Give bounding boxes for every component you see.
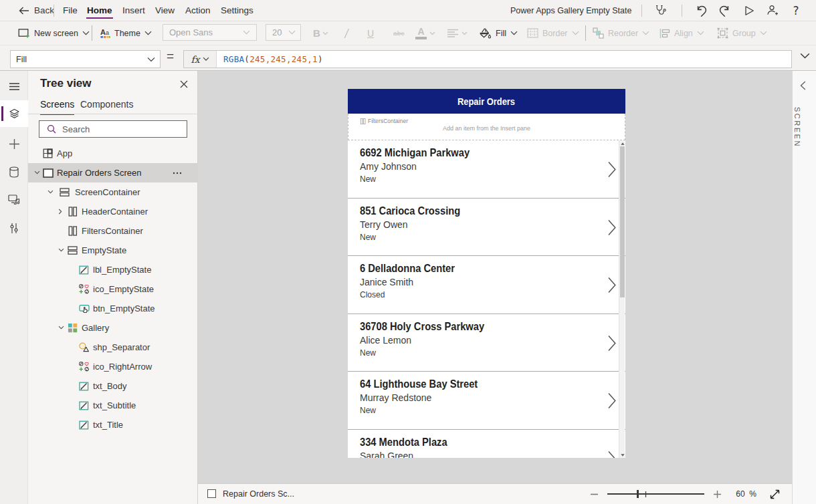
undo-button[interactable]: [692, 0, 710, 21]
chevron-right-icon[interactable]: [608, 161, 616, 178]
menu-view[interactable]: View: [155, 0, 175, 21]
tree-item-txt-title[interactable]: txt_Title: [28, 415, 198, 434]
underline-button[interactable]: U: [367, 21, 374, 45]
chevron-right-icon[interactable]: [608, 335, 616, 352]
chevron-right-icon[interactable]: [608, 451, 616, 459]
help-button[interactable]: ?: [787, 0, 805, 21]
italic-button[interactable]: [343, 21, 350, 45]
gallery-item[interactable]: 36708 Holy Cross Parkway Alice Lemon New: [348, 314, 625, 372]
plus-icon: [714, 491, 721, 498]
scrollbar-down-arrow[interactable]: [620, 452, 625, 458]
tree-item-emptystate[interactable]: EmptyState: [28, 241, 198, 260]
tree-item-label: txt_Title: [93, 420, 123, 430]
strikethrough-button[interactable]: abc: [393, 21, 405, 45]
menu-file[interactable]: File: [63, 0, 78, 21]
align-label: Align: [674, 29, 693, 38]
rail-media-button[interactable]: [0, 186, 28, 213]
menu-home[interactable]: Home: [87, 0, 112, 21]
expand-panel-button[interactable]: [800, 81, 806, 90]
equals-sign: =: [167, 49, 174, 64]
rail-tree-view-button[interactable]: [0, 100, 28, 127]
gallery-control[interactable]: 6692 Michigan Parkway Amy Johnson New 85…: [348, 140, 625, 458]
gallery-scrollbar[interactable]: [619, 140, 625, 458]
tab-screens[interactable]: Screens: [40, 99, 74, 115]
gallery-item[interactable]: 6692 Michigan Parkway Amy Johnson New: [348, 140, 625, 199]
minus-icon: [591, 493, 598, 495]
hamburger-menu-button[interactable]: [0, 73, 28, 100]
app-checker-button[interactable]: [651, 0, 670, 21]
filters-container[interactable]: FiltersContainer Add an item from the In…: [348, 114, 625, 140]
tree-item-screencontainer[interactable]: ScreenContainer: [28, 182, 198, 202]
zoom-slider[interactable]: [607, 489, 704, 499]
chevron-right-icon[interactable]: [608, 392, 616, 409]
preview-button[interactable]: [740, 0, 758, 21]
share-button[interactable]: [763, 0, 782, 21]
menu-settings[interactable]: Settings: [221, 0, 253, 21]
menu-insert[interactable]: Insert: [122, 0, 145, 21]
screen-checkbox[interactable]: [207, 489, 216, 498]
formula-bar-expand-button[interactable]: [800, 53, 810, 59]
tree-view-panel: Tree view Screens Components Search App …: [28, 71, 198, 504]
formula-input[interactable]: RGBA(245,245,245,1): [217, 51, 791, 68]
border-label: Border: [542, 29, 568, 38]
rail-advanced-tools-button[interactable]: [0, 215, 28, 241]
group-icon: [717, 27, 728, 39]
search-input[interactable]: Search: [39, 120, 187, 138]
menu-action[interactable]: Action: [185, 0, 211, 21]
tree-item-shp-separator[interactable]: shp_Separator: [28, 338, 198, 357]
tree-item-txt-subtitle[interactable]: txt_Subtitle: [28, 396, 198, 415]
tree-item-lbl-emptystate[interactable]: lbl_EmptyState: [28, 260, 198, 279]
properties-panel-collapsed[interactable]: SCREEN: [792, 71, 816, 504]
font-size-select[interactable]: 20: [266, 24, 301, 41]
gallery-item-title: 6 Delladonna Center: [360, 262, 455, 275]
tree-item-ico-emptystate[interactable]: ico_EmptyState: [28, 279, 198, 299]
canvas-area[interactable]: Repair Orders FiltersContainer Add an it…: [198, 71, 792, 483]
tree-item-ico-rightarrow[interactable]: ico_RightArrow: [28, 357, 198, 376]
gallery-item[interactable]: 64 Lighthouse Bay Street Murray Redstone…: [348, 372, 625, 430]
property-select[interactable]: Fill: [10, 50, 161, 68]
tree-view-close-button[interactable]: [180, 80, 188, 88]
chevron-right-icon[interactable]: [608, 219, 616, 236]
tree-item-app[interactable]: App: [28, 144, 198, 163]
font-color-button[interactable]: A: [415, 21, 435, 45]
border-icon: [527, 28, 538, 38]
search-icon: [47, 124, 56, 134]
gallery-item-subtitle: Janice Smith: [360, 277, 413, 287]
rail-data-button[interactable]: [0, 158, 28, 185]
zoom-in-button[interactable]: [714, 491, 721, 498]
tree-item-gallery[interactable]: Gallery: [28, 318, 198, 338]
app-header[interactable]: Repair Orders: [348, 89, 625, 114]
redo-button[interactable]: [716, 0, 734, 21]
tree-item-repair-orders-screen[interactable]: Repair Orders Screen: [28, 163, 198, 182]
fill-button[interactable]: Fill: [479, 21, 518, 45]
back-button[interactable]: Back: [19, 0, 54, 21]
chevron-right-icon[interactable]: [608, 277, 616, 293]
theme-button[interactable]: Aa Theme: [100, 21, 152, 45]
zoom-slider-thumb[interactable]: [637, 490, 639, 498]
font-name-select[interactable]: Open Sans: [163, 24, 257, 41]
text-align-button[interactable]: [447, 21, 468, 45]
reorder-button[interactable]: Reorder: [593, 21, 649, 45]
zoom-out-button[interactable]: [591, 493, 598, 495]
fit-to-window-button[interactable]: [770, 489, 780, 499]
chevron-down-icon: [144, 31, 152, 35]
ellipsis-icon[interactable]: [173, 172, 182, 174]
fx-dropdown[interactable]: fx: [184, 51, 217, 68]
gallery-item[interactable]: 851 Carioca Crossing Terry Owen New: [348, 199, 625, 257]
tree-item-filterscontainer[interactable]: FiltersContainer: [28, 221, 198, 241]
new-screen-button[interactable]: New screen: [18, 21, 90, 45]
tree-item-btn-emptystate[interactable]: btn_EmptyState: [28, 299, 198, 318]
border-button[interactable]: Border: [527, 21, 579, 45]
rail-insert-button[interactable]: [0, 130, 28, 157]
gallery-item[interactable]: 6 Delladonna Center Janice Smith Closed: [348, 256, 625, 314]
tree-item-txt-body[interactable]: txt_Body: [28, 376, 198, 396]
align-button[interactable]: Align: [659, 21, 704, 45]
tab-components[interactable]: Components: [80, 99, 133, 114]
bold-button[interactable]: B: [313, 21, 328, 45]
app-screen[interactable]: Repair Orders FiltersContainer Add an it…: [348, 89, 625, 458]
group-button[interactable]: Group: [717, 21, 767, 45]
scrollbar-thumb[interactable]: [620, 146, 625, 297]
tree-item-headercontainer[interactable]: HeaderContainer: [28, 202, 198, 221]
gallery-item[interactable]: 334 Mendota Plaza Sarah Green: [348, 430, 625, 459]
scrollbar-up-arrow[interactable]: [620, 140, 625, 146]
